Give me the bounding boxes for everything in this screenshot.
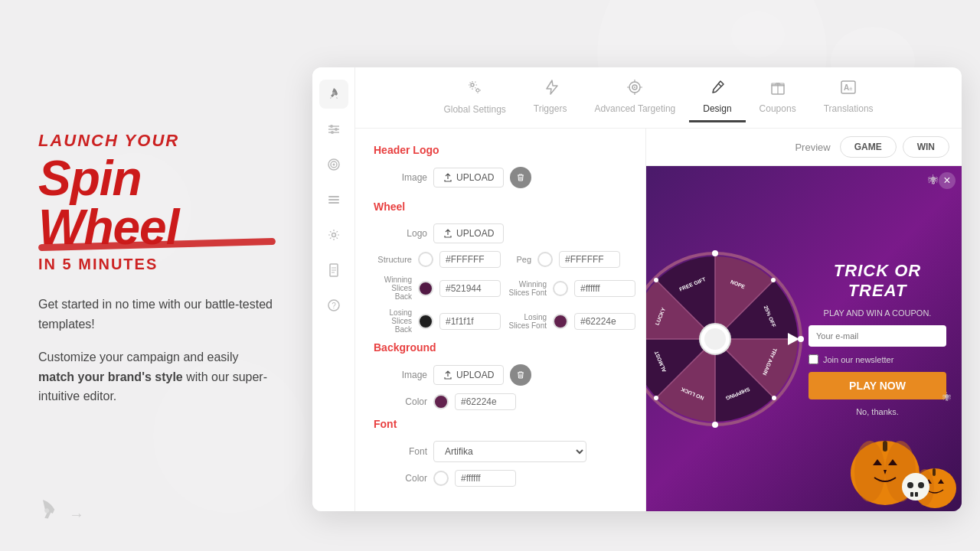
wheel-winning-font-swatch[interactable] (553, 281, 568, 296)
wheel-winning-font-input[interactable] (574, 280, 635, 297)
svg-point-65 (654, 396, 658, 400)
wheel-losing-back-swatch[interactable] (418, 314, 433, 329)
svg-rect-13 (328, 196, 339, 197)
wheel-losing-font-input[interactable] (574, 313, 635, 330)
svg-point-61 (712, 422, 718, 428)
gift-icon (769, 79, 786, 96)
svg-rect-70 (883, 441, 887, 452)
preview-label: Preview (795, 142, 830, 153)
wheel-structure-swatch[interactable] (418, 252, 433, 267)
wheel-winning-back-row: Winning Slices Back (374, 276, 501, 301)
wheel-losing-back-input[interactable] (439, 313, 501, 330)
svg-rect-82 (910, 492, 913, 497)
wheel-winning-back-swatch[interactable] (418, 281, 433, 296)
advanced-targeting-icon (626, 79, 643, 100)
wheel-peg-color-input[interactable] (559, 251, 620, 268)
header-logo-upload-button[interactable]: UPLOAD (433, 168, 504, 187)
wheel-peg-swatch[interactable] (537, 252, 553, 267)
content-area: Header Logo Image UPLOAD Wheel Logo (355, 129, 962, 511)
trash-icon-2 (516, 370, 525, 380)
svg-point-1 (731, 11, 785, 57)
nav-item-translations[interactable]: A ± Translations (810, 73, 887, 122)
svg-point-24 (476, 89, 479, 92)
background-image-label: Image (374, 370, 427, 380)
document-icon (326, 262, 341, 278)
spin-wheel: FREE GIFT NOPE 25% OFF TRY AGAIN SHIPPIN… (646, 247, 807, 431)
nav-triggers-label: Triggers (534, 103, 567, 114)
sidebar-item-list[interactable] (319, 185, 348, 214)
background-color-input[interactable] (455, 393, 516, 410)
background-section-title: Background (374, 341, 627, 354)
header-logo-section-title: Header Logo (374, 144, 627, 156)
preview-win-button[interactable]: WIN (903, 136, 949, 158)
sidebar: ? (312, 67, 355, 511)
header-logo-upload-label: UPLOAD (456, 172, 494, 183)
in-5-minutes-text: IN 5 MINUTES (38, 256, 276, 273)
font-family-select[interactable]: Artifika (433, 441, 586, 462)
global-settings-icon (466, 78, 484, 101)
svg-point-23 (471, 83, 474, 86)
nav-item-global-settings[interactable]: Global Settings (430, 72, 519, 123)
nav-design-label: Design (703, 103, 731, 114)
svg-point-59 (712, 250, 718, 256)
svg-rect-14 (328, 199, 339, 201)
svg-text:±: ± (849, 85, 853, 92)
svg-point-16 (332, 233, 335, 237)
svg-point-68 (854, 441, 885, 502)
font-family-label: Font (374, 446, 427, 457)
background-color-row: Color (374, 393, 627, 410)
font-color-swatch[interactable] (433, 471, 449, 486)
background-upload-button[interactable]: UPLOAD (433, 365, 504, 385)
lightning-icon (542, 79, 559, 96)
launch-your-text: LAUNCH YOUR (38, 131, 276, 151)
nav-item-coupons[interactable]: Coupons (746, 73, 810, 122)
translate-icon: A ± (840, 79, 857, 96)
pumpkin-decoration: 🕷 (808, 389, 962, 511)
wheel-losing-font-row: Losing Slices Font (508, 308, 635, 334)
sidebar-item-document[interactable] (319, 256, 348, 285)
wheel-logo-upload-label: UPLOAD (456, 228, 494, 239)
preview-content: FREE GIFT NOPE 25% OFF TRY AGAIN SHIPPIN… (646, 166, 962, 511)
nav-coupons-label: Coupons (760, 103, 796, 114)
background-color-swatch[interactable] (433, 394, 449, 409)
translations-icon: A ± (840, 79, 857, 100)
wheel-losing-font-swatch[interactable] (553, 314, 568, 329)
font-family-row: Font Artifika (374, 441, 627, 462)
wheel-winning-back-label: Winning Slices Back (374, 276, 412, 301)
popup-email-input[interactable] (808, 325, 946, 347)
spin-wheel-title: Spin Wheel (38, 154, 276, 248)
background-upload-label: UPLOAD (456, 370, 494, 380)
background-delete-button[interactable] (510, 364, 531, 386)
coupons-icon (769, 79, 786, 100)
wheel-winning-font-row: Winning Slices Font (508, 276, 635, 301)
wheel-winning-font-label: Winning Slices Font (508, 280, 547, 297)
svg-point-8 (335, 128, 338, 131)
sidebar-item-help[interactable]: ? (319, 291, 348, 320)
popup-newsletter-checkbox[interactable] (808, 354, 818, 364)
nav-item-advanced-targeting[interactable]: Advanced Targeting (580, 73, 689, 122)
wheel-losing-font-label: Losing Slices Font (508, 313, 547, 330)
sidebar-item-settings[interactable] (319, 220, 348, 249)
wheel-structure-color-input[interactable] (439, 251, 501, 268)
preview-game-button[interactable]: GAME (840, 136, 897, 158)
sidebar-item-sliders[interactable] (319, 115, 348, 144)
font-color-input[interactable] (455, 470, 516, 487)
svg-point-7 (330, 125, 333, 128)
wheel-logo-row: Logo UPLOAD (374, 223, 627, 243)
wheel-logo-upload-button[interactable]: UPLOAD (433, 223, 504, 243)
trash-icon (516, 173, 525, 182)
nav-item-design[interactable]: Design (689, 73, 745, 122)
gear-icon (326, 227, 341, 243)
popup-close-button[interactable]: × (939, 172, 956, 189)
header-logo-delete-button[interactable] (510, 167, 531, 188)
spider-decoration: 🕷 (928, 174, 939, 186)
nav-item-triggers[interactable]: Triggers (520, 73, 581, 122)
wheel-winning-back-input[interactable] (439, 280, 501, 297)
svg-point-81 (918, 482, 924, 488)
sidebar-item-target[interactable] (319, 150, 348, 179)
list-icon (326, 192, 341, 207)
svg-text:🕷: 🕷 (942, 392, 952, 403)
main-content: Global Settings Triggers (355, 67, 962, 511)
sidebar-item-rocket[interactable] (319, 80, 348, 109)
wheel-structure-label: Structure (374, 255, 412, 264)
